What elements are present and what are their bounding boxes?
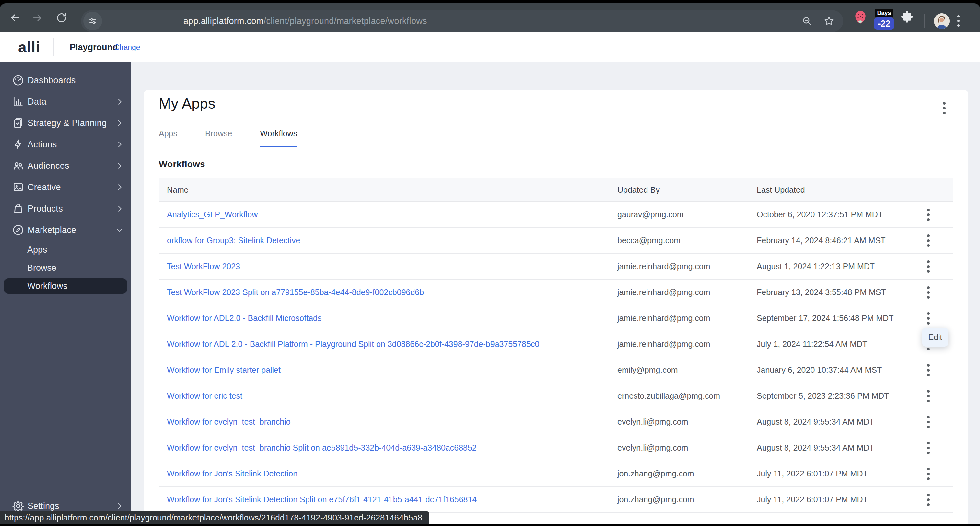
workflow-link[interactable]: Workflow for evelyn_test_branchio bbox=[159, 417, 609, 427]
browser-back-button[interactable] bbox=[8, 11, 21, 24]
bar-chart-icon bbox=[12, 95, 25, 108]
table-row: Workflow for ADL 2.0 - Backfill Platform… bbox=[159, 331, 953, 357]
updated-by-cell: evelyn.li@pmg.com bbox=[609, 443, 749, 453]
row-menu-icon[interactable] bbox=[924, 262, 933, 271]
workflow-link[interactable]: Workflow for evelyn_test_branchio Split … bbox=[159, 443, 609, 453]
toolbar-divider bbox=[924, 14, 925, 28]
sidebar-item-dashboards[interactable]: Dashboards bbox=[0, 70, 131, 91]
url-text: app.alliplatform.com/client/playground/m… bbox=[183, 10, 427, 32]
last-updated-cell: August 8, 2024 9:55:34 AM MDT bbox=[749, 443, 904, 453]
workflow-link[interactable]: Test WorkFlow 2023 bbox=[159, 262, 609, 271]
back-arrow-icon bbox=[8, 11, 21, 24]
chevron-right-icon bbox=[115, 140, 124, 149]
last-updated-cell: July 1, 2024 11:22:54 AM MDT bbox=[749, 339, 904, 349]
workflows-table: Name Updated By Last Updated Analytics_G… bbox=[159, 178, 953, 513]
table-row: Analytics_GLP_Workflow gaurav@pmg.com Oc… bbox=[159, 202, 953, 228]
chevron-right-icon bbox=[115, 204, 124, 213]
url-path: /client/playground/marketplace/workflows bbox=[264, 16, 427, 26]
bolt-icon bbox=[12, 138, 25, 151]
zoom-out-icon[interactable] bbox=[801, 15, 813, 27]
page-title: My Apps bbox=[159, 95, 953, 112]
updated-by-cell: emily@pmg.com bbox=[609, 365, 749, 375]
row-menu-icon[interactable] bbox=[924, 210, 933, 219]
url-bar[interactable]: app.alliplatform.com/client/playground/m… bbox=[81, 10, 843, 32]
row-menu-icon[interactable] bbox=[924, 469, 933, 478]
table-row: Workflow for evelyn_test_branchio Split … bbox=[159, 435, 953, 461]
last-updated-cell: October 6, 2020 12:37:51 PM MDT bbox=[749, 210, 904, 219]
updated-by-cell: jamie.reinhard@pmg.com bbox=[609, 339, 749, 349]
days-extension-badge[interactable]: Days -22 bbox=[874, 9, 894, 30]
section-title: Workflows bbox=[159, 159, 953, 169]
chevron-right-icon bbox=[115, 183, 124, 191]
row-menu-icon[interactable] bbox=[924, 443, 933, 453]
forward-arrow-icon bbox=[31, 11, 44, 24]
last-updated-cell: July 11, 2022 6:01:07 PM MDT bbox=[749, 495, 904, 504]
updated-by-cell: ernesto.zubillaga@pmg.com bbox=[609, 391, 749, 400]
sidebar-item-strategy-planning[interactable]: Strategy & Planning bbox=[0, 113, 131, 134]
row-menu-icon[interactable] bbox=[924, 392, 933, 400]
reload-icon bbox=[55, 11, 68, 24]
workflow-link[interactable]: Workflow for ADL2.0 - Backfill Microsoft… bbox=[159, 313, 609, 323]
row-menu-icon[interactable] bbox=[924, 288, 933, 297]
updated-by-cell: jamie.reinhard@pmg.com bbox=[609, 288, 749, 297]
sidebar-item-audiences[interactable]: Audiences bbox=[0, 155, 131, 176]
workflow-link[interactable]: Workflow for eric test bbox=[159, 391, 609, 400]
workflow-link[interactable]: Test WorkFlow 2023 Split on a779155e-85b… bbox=[159, 288, 609, 297]
workflow-link[interactable]: Workflow for Jon's Sitelink Detection bbox=[159, 469, 609, 478]
sidebar-item-creative[interactable]: Creative bbox=[0, 176, 131, 198]
workflow-link[interactable]: orkflow for Group3: Sitelink Detective bbox=[159, 236, 609, 245]
workflow-link[interactable]: Workflow for Jon's Sitelink Detection Sp… bbox=[159, 495, 609, 504]
column-header-updated-by: Updated By bbox=[609, 185, 749, 195]
row-context-menu-edit[interactable]: Edit bbox=[922, 328, 948, 346]
tab-apps[interactable]: Apps bbox=[159, 129, 177, 147]
change-client-link[interactable]: Change bbox=[114, 32, 140, 62]
last-updated-cell: September 17, 2024 1:56:48 PM MDT bbox=[749, 313, 904, 323]
table-row: Workflow for Emily starter pallet emily@… bbox=[159, 357, 953, 383]
row-menu-icon[interactable] bbox=[924, 314, 933, 323]
workflow-link[interactable]: Workflow for Emily starter pallet bbox=[159, 365, 609, 375]
bag-icon bbox=[12, 202, 25, 215]
last-updated-cell: September 5, 2023 2:23:36 PM MDT bbox=[749, 391, 904, 400]
gauge-icon bbox=[12, 74, 25, 87]
extensions-puzzle-icon[interactable] bbox=[900, 10, 914, 25]
tab-workflows[interactable]: Workflows bbox=[260, 129, 297, 147]
table-row: Workflow for Jon's Sitelink Detection jo… bbox=[159, 461, 953, 487]
last-updated-cell: February 13, 2024 3:55:48 PM MST bbox=[749, 288, 904, 297]
table-row: Workflow for ADL2.0 - Backfill Microsoft… bbox=[159, 305, 953, 331]
sidebar-item-marketplace-workflows[interactable]: Workflows bbox=[4, 278, 127, 294]
row-menu-icon[interactable] bbox=[924, 418, 933, 427]
sidebar-item-marketplace-apps[interactable]: Apps bbox=[0, 241, 131, 259]
updated-by-cell: jon.zhang@pmg.com bbox=[609, 495, 749, 504]
browser-reload-button[interactable] bbox=[55, 11, 68, 24]
sidebar: Dashboards Data Strategy & Planning Acti… bbox=[0, 62, 131, 524]
chevron-right-icon bbox=[115, 162, 124, 170]
row-menu-icon[interactable] bbox=[924, 365, 933, 375]
strawberry-extension-icon[interactable] bbox=[854, 10, 867, 26]
sidebar-item-marketplace-browse[interactable]: Browse bbox=[0, 259, 131, 277]
sidebar-item-products[interactable]: Products bbox=[0, 198, 131, 219]
site-controls-icon[interactable] bbox=[83, 12, 102, 30]
browser-forward-button[interactable] bbox=[31, 11, 44, 24]
workflow-link[interactable]: Workflow for ADL 2.0 - Backfill Platform… bbox=[159, 339, 609, 349]
tab-browse[interactable]: Browse bbox=[205, 129, 232, 147]
bookmark-star-icon[interactable] bbox=[823, 15, 835, 27]
tab-bar: Apps Browse Workflows bbox=[159, 129, 953, 147]
sidebar-item-marketplace[interactable]: Marketplace bbox=[0, 219, 131, 241]
chevron-down-icon bbox=[115, 226, 124, 234]
updated-by-cell: jamie.reinhard@pmg.com bbox=[609, 262, 749, 271]
users-icon bbox=[12, 159, 25, 172]
chevron-right-icon bbox=[115, 119, 124, 127]
sidebar-item-actions[interactable]: Actions bbox=[0, 134, 131, 155]
chevron-right-icon bbox=[115, 502, 124, 510]
sidebar-item-data[interactable]: Data bbox=[0, 91, 131, 113]
url-host: app.alliplatform.com bbox=[183, 16, 264, 26]
card-menu-icon[interactable] bbox=[943, 107, 946, 110]
browser-menu-icon[interactable] bbox=[957, 20, 959, 22]
row-menu-icon[interactable] bbox=[924, 495, 933, 504]
workflow-link[interactable]: Analytics_GLP_Workflow bbox=[159, 210, 609, 219]
row-menu-icon[interactable] bbox=[924, 236, 933, 245]
table-row: Workflow for evelyn_test_branchio evelyn… bbox=[159, 409, 953, 435]
last-updated-cell: July 11, 2022 6:01:07 PM MDT bbox=[749, 469, 904, 478]
table-row: orkflow for Group3: Sitelink Detective b… bbox=[159, 228, 953, 254]
browser-profile-avatar[interactable] bbox=[934, 13, 950, 29]
